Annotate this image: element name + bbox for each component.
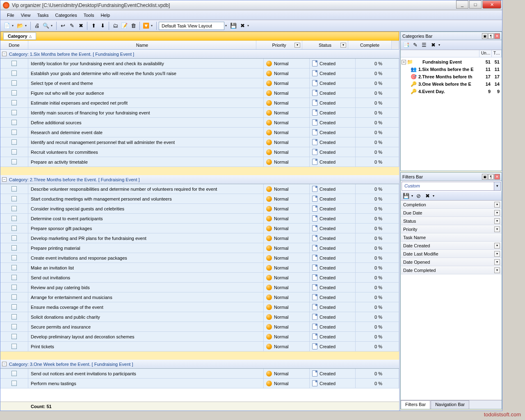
task-row[interactable]: Estimate initial expenses and expected n… (0, 98, 399, 108)
delete-layout-icon[interactable]: ✖ (238, 22, 247, 30)
filter-field[interactable]: Task Name (401, 233, 502, 242)
done-checkbox[interactable] (11, 61, 17, 66)
menu-categories[interactable]: Categories (52, 11, 80, 19)
done-checkbox[interactable] (11, 186, 17, 192)
col-complete[interactable]: Complete (348, 41, 392, 49)
dropdown-icon[interactable]: ▾ (51, 24, 54, 27)
restore-icon[interactable]: ▣ (482, 33, 488, 39)
new-icon[interactable]: 📄 (3, 22, 11, 30)
open-icon[interactable]: 📂 (16, 22, 24, 30)
col-name[interactable]: Name (28, 41, 256, 49)
dropdown-icon[interactable]: ▾ (494, 251, 500, 257)
done-checkbox[interactable] (11, 120, 17, 125)
done-checkbox[interactable] (11, 314, 17, 320)
filter-field[interactable]: Date Opened▾ (401, 258, 502, 266)
menu-view[interactable]: View (18, 11, 34, 19)
dropdown-icon[interactable]: ▾ (494, 226, 500, 232)
done-checkbox[interactable] (11, 159, 17, 164)
dropdown-icon[interactable]: ▾ (151, 24, 154, 27)
task-row[interactable]: Establish your goals and determine who w… (0, 68, 399, 78)
done-checkbox[interactable] (11, 334, 17, 339)
task-row[interactable]: Solicit donations and public charityNorm… (0, 312, 399, 322)
collapse-icon[interactable]: − (2, 52, 7, 56)
dropdown-icon[interactable]: ▾ (494, 210, 500, 216)
save-filter-icon[interactable]: 💾 (402, 192, 410, 200)
filter-preset-combo[interactable]: Custom ▾ (402, 182, 501, 191)
done-checkbox[interactable] (11, 100, 17, 105)
done-checkbox[interactable] (11, 226, 17, 231)
task-row[interactable]: Perform menu tastingsNormalCreated0 % (0, 379, 399, 388)
category-item[interactable]: 🔑4.Event Day.99 (402, 88, 501, 95)
close-panel-icon[interactable]: ✕ (494, 174, 500, 180)
task-grid[interactable]: −Category: 1.Six Months before the Event… (0, 50, 399, 402)
clear-filter-icon[interactable]: ⊘ (415, 192, 422, 200)
filter-dropdown-icon[interactable]: ▾ (340, 43, 346, 48)
maximize-button[interactable]: □ (469, 0, 482, 9)
dropdown-icon[interactable]: ▾ (494, 218, 500, 224)
sort-desc-icon[interactable]: ⬇ (98, 22, 107, 30)
structure-icon[interactable]: ☰ (420, 41, 428, 49)
done-checkbox[interactable] (11, 80, 17, 86)
done-checkbox[interactable] (11, 71, 17, 76)
preview-icon[interactable]: 🔍 (42, 22, 50, 30)
category-item[interactable]: 👥1.Six Months before the E1111 (402, 66, 501, 73)
menu-tools[interactable]: Tools (80, 11, 98, 19)
collapse-icon[interactable]: − (2, 177, 7, 182)
new-cat-icon[interactable]: 📑 (402, 41, 410, 49)
task-row[interactable]: Consider inviting special guests and cel… (0, 204, 399, 214)
col-done[interactable]: Done (0, 41, 28, 49)
done-checkbox[interactable] (11, 255, 17, 260)
done-checkbox[interactable] (11, 196, 17, 201)
done-checkbox[interactable] (11, 90, 17, 96)
group-header[interactable]: −Category: 3.One Week before the Event. … (0, 360, 399, 369)
category-tree[interactable]: −📁Fundraising Event5151👥1.Six Months bef… (401, 57, 502, 171)
category-item[interactable]: 🔑3.One Week before the E1414 (402, 80, 501, 88)
task-row[interactable]: Select type of event and themeNormalCrea… (0, 78, 399, 88)
filter-field[interactable]: Date Created▾ (401, 242, 502, 250)
menu-help[interactable]: Help (97, 11, 113, 19)
done-checkbox[interactable] (11, 206, 17, 211)
col-status[interactable]: Status▾ (302, 41, 348, 49)
task-row[interactable]: Figure out who will be your audienceNorm… (0, 88, 399, 98)
task-del-icon[interactable]: 🗑 (129, 22, 137, 30)
menu-tasks[interactable]: Tasks (34, 11, 52, 19)
pin-icon[interactable]: ¶ (488, 174, 494, 180)
task-row[interactable]: Determine cost to event participantsNorm… (0, 214, 399, 224)
task-row[interactable]: Print ticketsNormalCreated0 % (0, 342, 399, 352)
category-item[interactable]: 🎯2.Three Months before th1717 (402, 73, 501, 80)
undo-icon[interactable]: ↩ (59, 22, 67, 30)
done-checkbox[interactable] (11, 344, 17, 349)
done-checkbox[interactable] (11, 245, 17, 251)
done-checkbox[interactable] (11, 265, 17, 270)
task-row[interactable]: Identify main sources of financing for y… (0, 108, 399, 118)
filter-field[interactable]: Completion▾ (401, 201, 502, 209)
save-layout-icon[interactable]: 💾 (229, 22, 237, 30)
task-row[interactable]: Secure permits and insuranceNormalCreate… (0, 322, 399, 332)
filter-field[interactable]: Date Completed▾ (401, 266, 502, 274)
done-checkbox[interactable] (11, 381, 17, 386)
collapse-icon[interactable]: − (402, 60, 406, 64)
task-row[interactable]: Recruit volunteers for committeesNormalC… (0, 147, 399, 157)
task-row[interactable]: Ensure media coverage of the eventNormal… (0, 302, 399, 312)
group-by-column[interactable]: Category (3, 32, 36, 40)
dropdown-icon[interactable]: ▾ (494, 202, 500, 208)
filter-field[interactable]: Priority▾ (401, 225, 502, 233)
task-row[interactable]: Research and determine event dateNormalC… (0, 128, 399, 137)
print-icon[interactable]: 🖨 (33, 22, 41, 30)
filter-field[interactable]: Due Date▾ (401, 209, 502, 217)
task-row[interactable]: Arrange for entertainment and musiciansN… (0, 292, 399, 302)
delete-icon[interactable]: ✖ (77, 22, 85, 30)
task-row[interactable]: Make an invitation listNormalCreated0 % (0, 263, 399, 273)
del-filter-icon[interactable]: ✖ (424, 192, 431, 200)
group-header[interactable]: −Category: 1.Six Months before the Event… (0, 50, 399, 59)
task-row[interactable]: Develop marketing and PR plans for the f… (0, 233, 399, 243)
done-checkbox[interactable] (11, 304, 17, 310)
task-row[interactable]: Send out invitationsNormalCreated0 % (0, 273, 399, 283)
task-row[interactable]: Prepare an activity timetableNormalCreat… (0, 157, 399, 167)
task-row[interactable]: Start conducting meetings with managemen… (0, 194, 399, 204)
done-checkbox[interactable] (11, 130, 17, 135)
tab-filters-bar[interactable]: Filters Bar (401, 400, 430, 409)
done-checkbox[interactable] (11, 294, 17, 300)
task-row[interactable]: Prepare printing materialNormalCreated0 … (0, 243, 399, 253)
group-header[interactable]: −Category: 2.Three Months before the Eve… (0, 175, 399, 184)
